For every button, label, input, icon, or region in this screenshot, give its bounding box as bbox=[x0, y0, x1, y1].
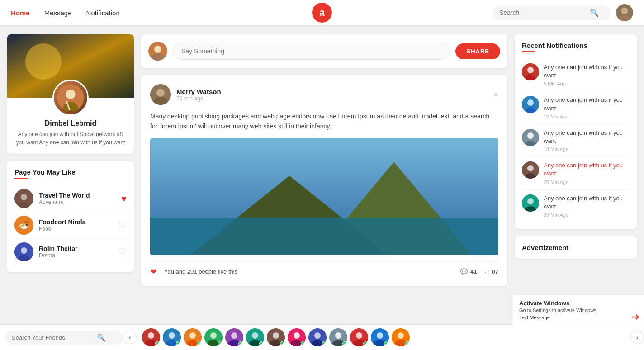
page-details-1: Foodcort Nirala Food bbox=[39, 218, 113, 232]
friend-avatar-9[interactable] bbox=[329, 328, 347, 346]
advertisement-card: Advertizement bbox=[515, 236, 637, 259]
post-username: Merry Watson bbox=[176, 88, 488, 95]
friend-avatar-8[interactable] bbox=[308, 328, 327, 346]
page-item-0: Travel The World Adventure ♥ bbox=[14, 185, 127, 212]
svg-point-70 bbox=[377, 332, 383, 339]
comment-action[interactable]: 💬 41 bbox=[460, 268, 477, 275]
profile-card: Dimbel Lebmid Any one can join with but … bbox=[7, 34, 134, 154]
svg-point-55 bbox=[273, 332, 279, 339]
friend-avatar-2[interactable] bbox=[184, 328, 202, 346]
share-count: 07 bbox=[492, 268, 498, 275]
left-sidebar: Dimbel Lebmid Any one can join with but … bbox=[7, 34, 134, 341]
notif-text-1: Any one can join with us if you want bbox=[544, 96, 630, 112]
svg-point-46 bbox=[210, 332, 217, 339]
post-user-info: Merry Watson 20 min ago bbox=[176, 88, 488, 102]
friend-avatar-12[interactable] bbox=[392, 328, 410, 346]
friend-avatar-4[interactable] bbox=[225, 328, 243, 346]
pages-title: Page You May Like bbox=[14, 168, 127, 176]
friends-scroll bbox=[137, 328, 630, 346]
friend-avatar-3[interactable] bbox=[204, 328, 223, 346]
svg-point-34 bbox=[527, 198, 534, 204]
svg-point-58 bbox=[294, 332, 300, 339]
post-create-box: SHARE bbox=[141, 34, 507, 68]
svg-point-37 bbox=[148, 332, 154, 339]
friend-avatar-11[interactable] bbox=[371, 328, 389, 346]
friend-avatar-7[interactable] bbox=[288, 328, 306, 346]
notif-text-3: Any one can join with us if you want bbox=[544, 161, 630, 178]
share-action[interactable]: ⇌ 07 bbox=[484, 268, 498, 275]
nav-home[interactable]: Home bbox=[11, 9, 30, 17]
post-image-inner bbox=[150, 138, 498, 255]
app-logo[interactable]: a bbox=[312, 3, 332, 23]
profile-bio: Any one can join with but Social network… bbox=[14, 130, 127, 147]
notif-content-0: Any one can join with us if you want 5 M… bbox=[544, 63, 630, 86]
notif-text-4: Any one can join with us if you want bbox=[544, 194, 630, 211]
svg-point-19 bbox=[156, 89, 165, 97]
windows-arrow-icon: ➜ bbox=[631, 311, 639, 323]
search-friends-icon[interactable]: 🔍 bbox=[97, 333, 106, 342]
logo-icon: a bbox=[312, 3, 332, 23]
post-image bbox=[150, 138, 498, 255]
search-icon[interactable]: 🔍 bbox=[590, 9, 599, 17]
svg-point-52 bbox=[252, 332, 258, 339]
windows-activate-text: Activate Windows bbox=[519, 300, 638, 307]
page-like-btn-1[interactable]: ♡ bbox=[118, 220, 127, 231]
svg-point-22 bbox=[527, 67, 534, 73]
search-friends-input[interactable] bbox=[12, 334, 93, 341]
page-thumb-0 bbox=[14, 189, 33, 208]
notif-content-1: Any one can join with us if you want 10 … bbox=[544, 96, 630, 119]
page-category-0: Adventure bbox=[39, 199, 116, 205]
notif-item-4: Any one can join with us if you want 39 … bbox=[522, 190, 630, 222]
page-like-btn-0[interactable]: ♥ bbox=[121, 194, 127, 204]
svg-point-64 bbox=[335, 332, 341, 339]
search-bar: 🔍 bbox=[493, 6, 611, 20]
svg-point-1 bbox=[621, 8, 628, 14]
nav-notification[interactable]: Notification bbox=[86, 9, 120, 17]
friend-avatar-6[interactable] bbox=[267, 328, 285, 346]
page-category-1: Food bbox=[39, 226, 113, 232]
share-button[interactable]: SHARE bbox=[455, 43, 500, 59]
notif-avatar-4 bbox=[522, 194, 539, 212]
user-avatar-nav[interactable] bbox=[616, 4, 633, 21]
page-thumb-2 bbox=[14, 242, 33, 261]
advertisement-title: Advertizement bbox=[522, 244, 630, 251]
scroll-left-arrow[interactable]: ‹ bbox=[123, 331, 137, 344]
comment-icon: 💬 bbox=[460, 268, 468, 275]
post-menu-icon[interactable]: ≡ bbox=[493, 90, 498, 99]
svg-point-73 bbox=[398, 332, 404, 339]
page-item-1: 🍜 Foodcort Nirala Food ♡ bbox=[14, 212, 127, 239]
search-input[interactable] bbox=[499, 9, 590, 16]
friend-avatar-0[interactable] bbox=[142, 328, 160, 346]
notif-time-2: 18 Min Ago bbox=[544, 147, 630, 152]
post-say-something-input[interactable] bbox=[173, 43, 450, 60]
post-header: Merry Watson 20 min ago ≡ bbox=[150, 84, 498, 105]
like-icon[interactable]: ❤ bbox=[150, 267, 157, 277]
notifications-title: Recent Notifications bbox=[522, 42, 630, 49]
notif-item-3: Any one can join with us if you want 25 … bbox=[522, 157, 630, 189]
page-name-2: Rolin Theitar bbox=[39, 245, 113, 252]
notif-avatar-2 bbox=[522, 129, 539, 146]
friend-avatar-10[interactable] bbox=[350, 328, 368, 346]
notif-avatar-3 bbox=[522, 161, 539, 179]
windows-notice: Activate Windows Go to Settings to activ… bbox=[513, 295, 644, 325]
nav-links: Home Message Notification bbox=[11, 9, 120, 17]
svg-point-40 bbox=[169, 332, 175, 339]
nav-message[interactable]: Message bbox=[44, 9, 72, 17]
notif-time-3: 25 Min Ago bbox=[544, 180, 630, 185]
post-text: Many desktop publishing packages and web… bbox=[150, 111, 498, 132]
svg-point-4 bbox=[66, 90, 76, 99]
friend-avatar-5[interactable] bbox=[246, 328, 264, 346]
page-category-2: Drama bbox=[39, 252, 113, 259]
page-like-btn-2[interactable]: ♡ bbox=[118, 246, 127, 257]
svg-point-16 bbox=[154, 46, 161, 53]
friend-avatar-1[interactable] bbox=[163, 328, 181, 346]
scroll-right-arrow[interactable]: › bbox=[630, 331, 644, 344]
profile-info: Dimbel Lebmid Any one can join with but … bbox=[7, 116, 134, 154]
share-icon: ⇌ bbox=[484, 268, 489, 275]
notif-time-1: 10 Min Ago bbox=[544, 114, 630, 119]
notif-item-2: Any one can join with us if you want 18 … bbox=[522, 124, 630, 157]
navbar-right: 🔍 bbox=[493, 4, 633, 21]
post-time: 20 min ago bbox=[176, 95, 488, 102]
navbar: Home Message Notification a 🔍 bbox=[0, 0, 644, 25]
svg-point-43 bbox=[189, 332, 196, 339]
